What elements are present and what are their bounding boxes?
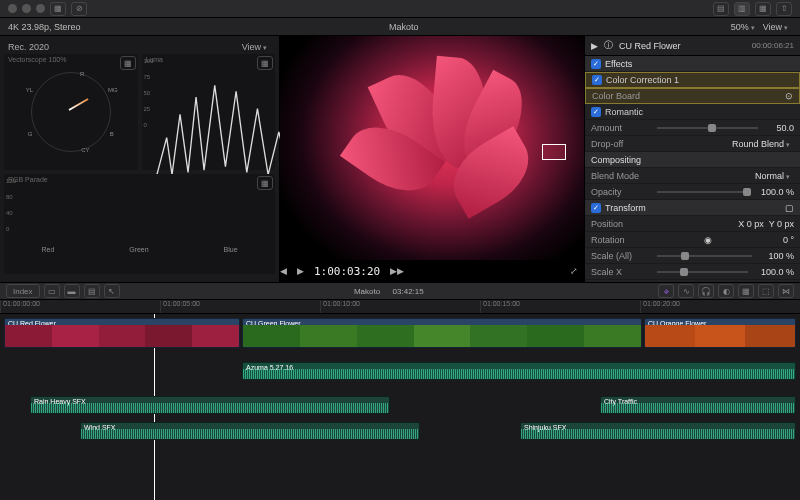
- timeline-toolbar: Index ▭ ▬ ▤ ↖ Makoto 03:42:15 ⎆ ∿ 🎧 ◐ ▦ …: [0, 282, 800, 300]
- toolbar-group-2[interactable]: ▥: [734, 2, 750, 16]
- dropoff-label: Drop-off: [591, 139, 651, 149]
- timeline-tracks[interactable]: CU Red Flower CU Green Flower CU Orange …: [0, 314, 800, 500]
- transform-section: Transform: [605, 203, 646, 213]
- luma-axis: 1007550250: [144, 58, 154, 128]
- color-board-disclosure-icon[interactable]: ⊙: [785, 91, 793, 101]
- audio-skim-icon[interactable]: 🎧: [698, 284, 714, 298]
- amount-value[interactable]: 50.0: [764, 123, 794, 133]
- zoom-dropdown[interactable]: 50%: [727, 22, 759, 32]
- scale-all-value[interactable]: 100 %: [758, 251, 794, 261]
- video-tab-icon[interactable]: ▶: [591, 41, 598, 51]
- vectorscope: Vectorscope 100% ▦ R MG YL B CY G: [4, 54, 138, 170]
- clip-appearance-3-icon[interactable]: ▤: [84, 284, 100, 298]
- prev-frame-button[interactable]: ◀: [280, 266, 287, 276]
- view-dropdown[interactable]: View: [759, 22, 792, 32]
- color-board-label[interactable]: Color Board: [592, 91, 785, 101]
- timeline-ruler[interactable]: 01:00:00:00 01:00:05:00 01:00:10:00 01:0…: [0, 300, 800, 314]
- romantic-checkbox[interactable]: ✓: [591, 107, 601, 117]
- vectorscope-settings-icon[interactable]: ▦: [120, 56, 136, 70]
- parade-axis: 12080400: [6, 178, 16, 232]
- library-icon[interactable]: ▦: [50, 2, 66, 16]
- vectorscope-wheel: R MG YL B CY G: [31, 72, 111, 152]
- timeline-project-name: Makoto: [354, 287, 380, 296]
- clip-city-traffic[interactable]: City Traffic: [600, 396, 796, 414]
- share-button[interactable]: ⇧: [776, 2, 792, 16]
- scopes-view-dropdown[interactable]: View: [238, 42, 271, 52]
- colorspace-label: Rec. 2020: [8, 42, 49, 52]
- rgb-parade: RGB Parade ▦ 12080400 Red Green Blue: [4, 174, 275, 274]
- clip-azuma-audio[interactable]: Azuma 5.27.16: [242, 362, 796, 380]
- format-toolbar: 4K 23.98p, Stereo Makoto 50% View: [0, 18, 800, 36]
- snapping--icon[interactable]: ⎆: [658, 284, 674, 298]
- amount-label: Amount: [591, 123, 651, 133]
- index-button[interactable]: Index: [6, 284, 40, 298]
- clip-appearance-icon[interactable]: ▭: [44, 284, 60, 298]
- crop-overlay[interactable]: [542, 144, 566, 160]
- window-titlebar: ▦ ⊘ ▤ ▥ ▦ ⇧: [0, 0, 800, 18]
- scale-all-label: Scale (All): [591, 251, 651, 261]
- luma-waveform: Luma ▦ 1007550250: [142, 54, 276, 170]
- clip-wind-sfx[interactable]: Wind SFX: [80, 422, 420, 440]
- rotation-dial-icon[interactable]: ◉: [651, 235, 764, 245]
- parade-settings-icon[interactable]: ▦: [257, 176, 273, 190]
- viewer-panel: ◀ ▶ 1:00:03:20 ▶▶ ⤢: [280, 36, 584, 282]
- clip-red-flower[interactable]: CU Red Flower: [4, 318, 240, 348]
- toolbar-group-3[interactable]: ▦: [755, 2, 771, 16]
- skimming-icon[interactable]: ∿: [678, 284, 694, 298]
- clip-green-flower[interactable]: CU Green Flower: [242, 318, 642, 348]
- close-icon[interactable]: [8, 4, 17, 13]
- effects-section: Effects: [605, 59, 632, 69]
- transitions-browser-icon[interactable]: ⋈: [778, 284, 794, 298]
- minimize-icon[interactable]: [22, 4, 31, 13]
- clip-appearance-2-icon[interactable]: ▬: [64, 284, 80, 298]
- cc1-label: Color Correction 1: [606, 75, 679, 85]
- project-name: Makoto: [389, 22, 419, 32]
- rotation-value[interactable]: 0 °: [764, 235, 794, 245]
- scale-x-label: Scale X: [591, 267, 651, 277]
- opacity-value[interactable]: 100.0 %: [754, 187, 794, 197]
- next-frame-button[interactable]: ▶▶: [390, 266, 404, 276]
- clip-rain-sfx[interactable]: Rain Heavy SFX: [30, 396, 390, 414]
- viewer-timecode: 1:00:03:20: [314, 265, 380, 278]
- clip-orange-flower[interactable]: CU Orange Flower: [644, 318, 796, 348]
- tool-select-icon[interactable]: ↖: [104, 284, 120, 298]
- clip-shinjuku-sfx[interactable]: Shinjuku SFX: [520, 422, 796, 440]
- inspector-clip-name: CU Red Flower: [619, 41, 746, 51]
- toolbar-group-1[interactable]: ▤: [713, 2, 729, 16]
- format-label: 4K 23.98p, Stereo: [8, 22, 81, 32]
- effects-browser-icon[interactable]: ⬚: [758, 284, 774, 298]
- solo-icon[interactable]: ◐: [718, 284, 734, 298]
- video-scopes-panel: Rec. 2020 View Vectorscope 100% ▦ R MG Y…: [0, 36, 280, 282]
- position-value[interactable]: X 0 px Y 0 px: [651, 219, 794, 229]
- amount-slider[interactable]: [657, 127, 758, 129]
- timeline-duration: 03:42:15: [393, 287, 424, 296]
- play-button[interactable]: ▶: [297, 266, 304, 276]
- effects-checkbox[interactable]: ✓: [591, 59, 601, 69]
- opacity-label: Opacity: [591, 187, 651, 197]
- romantic-label: Romantic: [605, 107, 643, 117]
- blend-label: Blend Mode: [591, 171, 651, 181]
- zoom-icon[interactable]: [36, 4, 45, 13]
- blend-dropdown[interactable]: Normal: [651, 171, 794, 181]
- scale-all-slider[interactable]: [657, 255, 752, 257]
- vectorscope-label: Vectorscope 100%: [8, 56, 66, 63]
- traffic-lights[interactable]: [8, 4, 45, 13]
- inspector-duration: 00:00:06:21: [752, 41, 794, 50]
- transform-onscreen-icon[interactable]: ▢: [785, 203, 794, 213]
- transform-checkbox[interactable]: ✓: [591, 203, 601, 213]
- scale-x-value[interactable]: 100.0 %: [754, 267, 794, 277]
- viewer-canvas[interactable]: [280, 36, 584, 260]
- position-label: Position: [591, 219, 651, 229]
- info-tab-icon[interactable]: ⓘ: [604, 39, 613, 52]
- dropoff-dropdown[interactable]: Round Blend: [651, 139, 794, 149]
- transport-controls: ◀ ▶ 1:00:03:20 ▶▶ ⤢: [280, 260, 584, 282]
- timeline-layout-icon[interactable]: ▦: [738, 284, 754, 298]
- fullscreen-button[interactable]: ⤢: [570, 266, 578, 276]
- rotation-label: Rotation: [591, 235, 651, 245]
- inspector-panel: ▶ ⓘ CU Red Flower 00:00:06:21 ✓Effects ✓…: [584, 36, 800, 282]
- import-icon[interactable]: ⊘: [71, 2, 87, 16]
- scale-x-slider[interactable]: [657, 271, 748, 273]
- compositing-section: Compositing: [591, 155, 641, 165]
- cc1-checkbox[interactable]: ✓: [592, 75, 602, 85]
- opacity-slider[interactable]: [657, 191, 748, 193]
